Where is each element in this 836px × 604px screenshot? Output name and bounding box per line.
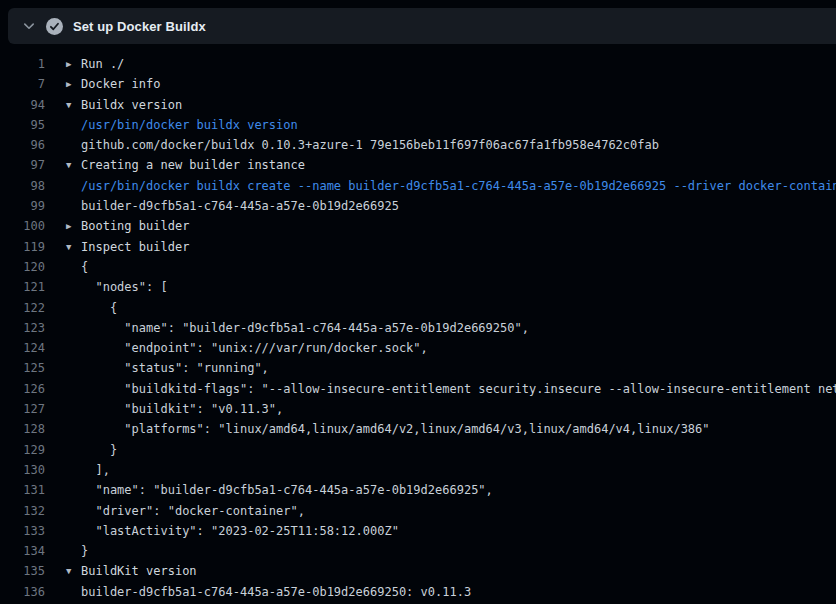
log-line: 100▶Booting builder [0, 216, 836, 236]
step-title: Set up Docker Buildx [73, 19, 206, 34]
triangle-down-icon: ▼ [66, 95, 81, 115]
log-line: 120{ [0, 257, 836, 277]
line-number[interactable]: 122 [0, 298, 45, 318]
log-output-text: builder-d9cfb5a1-c764-445a-a57e-0b19d2e6… [45, 582, 471, 602]
log-line: 7▶Docker info [0, 74, 836, 94]
log-line: 132 "driver": "docker-container", [0, 501, 836, 521]
log-line: 124 "endpoint": "unix:///var/run/docker.… [0, 338, 836, 358]
line-number[interactable]: 136 [0, 582, 45, 602]
triangle-down-icon: ▼ [66, 155, 81, 175]
line-number[interactable]: 134 [0, 541, 45, 561]
log-line: 99builder-d9cfb5a1-c764-445a-a57e-0b19d2… [0, 196, 836, 216]
log-group-toggle[interactable]: ▶Run ./ [45, 54, 124, 74]
log-line: 130 ], [0, 460, 836, 480]
log-output-text: "nodes": [ [45, 277, 168, 297]
line-number[interactable]: 119 [0, 237, 45, 257]
log-output-text: { [45, 298, 117, 318]
line-number[interactable]: 124 [0, 338, 45, 358]
log-line: 131 "name": "builder-d9cfb5a1-c764-445a-… [0, 480, 836, 500]
line-number[interactable]: 98 [0, 176, 45, 196]
log-line: 123 "name": "builder-d9cfb5a1-c764-445a-… [0, 318, 836, 338]
line-number[interactable]: 132 [0, 501, 45, 521]
log-line: 134} [0, 541, 836, 561]
check-circle-icon [46, 18, 63, 35]
log-group-title: Creating a new builder instance [81, 158, 305, 172]
log-output-text: "buildkitd-flags": "--allow-insecure-ent… [45, 379, 836, 399]
log-output-text: "endpoint": "unix:///var/run/docker.sock… [45, 338, 428, 358]
line-number[interactable]: 128 [0, 419, 45, 439]
log-line: 98/usr/bin/docker buildx create --name b… [0, 176, 836, 196]
line-number[interactable]: 131 [0, 480, 45, 500]
line-number[interactable]: 127 [0, 399, 45, 419]
log-line: 135▼BuildKit version [0, 561, 836, 581]
line-number[interactable]: 135 [0, 561, 45, 581]
log-group-title: Buildx version [81, 98, 182, 112]
log-line: 136builder-d9cfb5a1-c764-445a-a57e-0b19d… [0, 582, 836, 602]
line-number[interactable]: 100 [0, 216, 45, 236]
line-number[interactable]: 130 [0, 460, 45, 480]
step-header[interactable]: Set up Docker Buildx [8, 8, 836, 44]
log-line: 128 "platforms": "linux/amd64,linux/amd6… [0, 419, 836, 439]
log-group-title: Inspect builder [81, 240, 189, 254]
log-line: 122 { [0, 298, 836, 318]
log-group-title: BuildKit version [81, 564, 197, 578]
triangle-down-icon: ▼ [66, 237, 81, 257]
line-number[interactable]: 95 [0, 115, 45, 135]
line-number[interactable]: 121 [0, 277, 45, 297]
triangle-down-icon: ▼ [66, 561, 81, 581]
log-group-toggle[interactable]: ▼Creating a new builder instance [45, 155, 305, 175]
log-group-title: Booting builder [81, 219, 189, 233]
log-group-toggle[interactable]: ▼BuildKit version [45, 561, 197, 581]
line-number[interactable]: 94 [0, 95, 45, 115]
line-number[interactable]: 97 [0, 155, 45, 175]
log-line: 95/usr/bin/docker buildx version [0, 115, 836, 135]
log-output-text: "lastActivity": "2023-02-25T11:58:12.000… [45, 521, 399, 541]
log-line: 126 "buildkitd-flags": "--allow-insecure… [0, 379, 836, 399]
log-output-text: { [45, 257, 88, 277]
log-output-text: ], [45, 460, 110, 480]
log-output-text: "platforms": "linux/amd64,linux/amd64/v2… [45, 419, 710, 439]
log-group-toggle[interactable]: ▶Booting builder [45, 216, 189, 236]
line-number[interactable]: 7 [0, 74, 45, 94]
log-line: 1▶Run ./ [0, 54, 836, 74]
line-number[interactable]: 125 [0, 358, 45, 378]
line-number[interactable]: 96 [0, 135, 45, 155]
line-number[interactable]: 123 [0, 318, 45, 338]
log-line: 127 "buildkit": "v0.11.3", [0, 399, 836, 419]
log-viewer: 1▶Run ./7▶Docker info94▼Buildx version95… [0, 54, 836, 604]
log-group-toggle[interactable]: ▶Docker info [45, 74, 160, 94]
log-output-text: "name": "builder-d9cfb5a1-c764-445a-a57e… [45, 318, 529, 338]
log-output-text: "status": "running", [45, 358, 269, 378]
log-output-text: "buildkit": "v0.11.3", [45, 399, 283, 419]
triangle-right-icon: ▶ [66, 216, 81, 236]
chevron-down-icon[interactable] [22, 19, 36, 33]
triangle-right-icon: ▶ [66, 54, 81, 74]
log-line: 125 "status": "running", [0, 358, 836, 378]
log-line: 97▼Creating a new builder instance [0, 155, 836, 175]
log-line: 121 "nodes": [ [0, 277, 836, 297]
log-group-title: Run ./ [81, 57, 124, 71]
log-group-toggle[interactable]: ▼Inspect builder [45, 237, 189, 257]
log-line: 94▼Buildx version [0, 95, 836, 115]
log-output-text: } [45, 440, 117, 460]
log-output-text: } [45, 541, 88, 561]
log-command-text: /usr/bin/docker buildx version [45, 115, 298, 135]
line-number[interactable]: 133 [0, 521, 45, 541]
log-line: 119▼Inspect builder [0, 237, 836, 257]
line-number[interactable]: 1 [0, 54, 45, 74]
log-line: 129 } [0, 440, 836, 460]
log-group-title: Docker info [81, 77, 160, 91]
log-line: 96github.com/docker/buildx 0.10.3+azure-… [0, 135, 836, 155]
log-output-text: "name": "builder-d9cfb5a1-c764-445a-a57e… [45, 480, 493, 500]
log-line: 133 "lastActivity": "2023-02-25T11:58:12… [0, 521, 836, 541]
line-number[interactable]: 99 [0, 196, 45, 216]
log-output-text: "driver": "docker-container", [45, 501, 305, 521]
log-output-text: builder-d9cfb5a1-c764-445a-a57e-0b19d2e6… [45, 196, 399, 216]
log-command-text: /usr/bin/docker buildx create --name bui… [45, 176, 836, 196]
log-output-text: github.com/docker/buildx 0.10.3+azure-1 … [45, 135, 659, 155]
line-number[interactable]: 120 [0, 257, 45, 277]
line-number[interactable]: 126 [0, 379, 45, 399]
line-number[interactable]: 129 [0, 440, 45, 460]
log-group-toggle[interactable]: ▼Buildx version [45, 95, 182, 115]
triangle-right-icon: ▶ [66, 74, 81, 94]
